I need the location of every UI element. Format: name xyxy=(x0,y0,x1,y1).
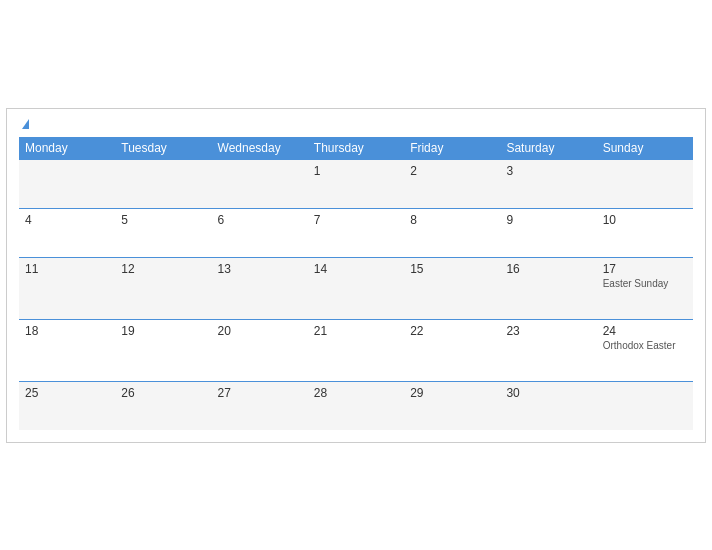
day-number: 25 xyxy=(25,386,109,400)
weekday-header-row: MondayTuesdayWednesdayThursdayFridaySatu… xyxy=(19,137,693,160)
calendar-grid: MondayTuesdayWednesdayThursdayFridaySatu… xyxy=(19,137,693,430)
calendar-cell xyxy=(115,159,211,208)
calendar-cell: 29 xyxy=(404,381,500,430)
day-number: 24 xyxy=(603,324,687,338)
weekday-header-wednesday: Wednesday xyxy=(212,137,308,160)
calendar-week-row: 18192021222324Orthodox Easter xyxy=(19,319,693,381)
calendar-cell: 11 xyxy=(19,257,115,319)
calendar-week-row: 11121314151617Easter Sunday xyxy=(19,257,693,319)
day-number: 17 xyxy=(603,262,687,276)
day-number: 8 xyxy=(410,213,494,227)
calendar-thead: MondayTuesdayWednesdayThursdayFridaySatu… xyxy=(19,137,693,160)
calendar-cell: 4 xyxy=(19,208,115,257)
day-number: 29 xyxy=(410,386,494,400)
calendar-cell: 25 xyxy=(19,381,115,430)
calendar-cell: 18 xyxy=(19,319,115,381)
day-number: 12 xyxy=(121,262,205,276)
calendar-cell xyxy=(212,159,308,208)
weekday-header-sunday: Sunday xyxy=(597,137,693,160)
day-number: 18 xyxy=(25,324,109,338)
logo-triangle-icon xyxy=(22,119,29,129)
calendar-cell: 17Easter Sunday xyxy=(597,257,693,319)
calendar-cell: 5 xyxy=(115,208,211,257)
day-number: 1 xyxy=(314,164,398,178)
calendar-cell: 24Orthodox Easter xyxy=(597,319,693,381)
weekday-header-tuesday: Tuesday xyxy=(115,137,211,160)
day-number: 10 xyxy=(603,213,687,227)
calendar-tbody: 1234567891011121314151617Easter Sunday18… xyxy=(19,159,693,430)
holiday-label: Easter Sunday xyxy=(603,278,687,289)
weekday-header-friday: Friday xyxy=(404,137,500,160)
day-number: 30 xyxy=(506,386,590,400)
day-number: 6 xyxy=(218,213,302,227)
day-number: 2 xyxy=(410,164,494,178)
calendar-cell: 3 xyxy=(500,159,596,208)
calendar-cell: 21 xyxy=(308,319,404,381)
day-number: 16 xyxy=(506,262,590,276)
calendar-cell: 2 xyxy=(404,159,500,208)
calendar-header xyxy=(19,119,693,129)
calendar-cell: 20 xyxy=(212,319,308,381)
calendar-cell: 13 xyxy=(212,257,308,319)
calendar-cell: 16 xyxy=(500,257,596,319)
day-number: 4 xyxy=(25,213,109,227)
calendar-cell: 12 xyxy=(115,257,211,319)
weekday-header-thursday: Thursday xyxy=(308,137,404,160)
calendar-cell: 30 xyxy=(500,381,596,430)
calendar-cell: 9 xyxy=(500,208,596,257)
day-number: 5 xyxy=(121,213,205,227)
calendar-cell: 19 xyxy=(115,319,211,381)
day-number: 21 xyxy=(314,324,398,338)
day-number: 14 xyxy=(314,262,398,276)
calendar-cell: 8 xyxy=(404,208,500,257)
calendar-cell: 14 xyxy=(308,257,404,319)
day-number: 27 xyxy=(218,386,302,400)
calendar-cell: 6 xyxy=(212,208,308,257)
calendar-cell: 23 xyxy=(500,319,596,381)
calendar-cell: 26 xyxy=(115,381,211,430)
weekday-header-saturday: Saturday xyxy=(500,137,596,160)
calendar-cell: 27 xyxy=(212,381,308,430)
calendar-cell: 10 xyxy=(597,208,693,257)
day-number: 26 xyxy=(121,386,205,400)
day-number: 13 xyxy=(218,262,302,276)
day-number: 20 xyxy=(218,324,302,338)
day-number: 22 xyxy=(410,324,494,338)
day-number: 9 xyxy=(506,213,590,227)
calendar-cell: 28 xyxy=(308,381,404,430)
calendar-week-row: 123 xyxy=(19,159,693,208)
day-number: 23 xyxy=(506,324,590,338)
weekday-header-monday: Monday xyxy=(19,137,115,160)
day-number: 11 xyxy=(25,262,109,276)
calendar-cell: 1 xyxy=(308,159,404,208)
day-number: 28 xyxy=(314,386,398,400)
day-number: 19 xyxy=(121,324,205,338)
calendar-cell xyxy=(597,159,693,208)
calendar-week-row: 45678910 xyxy=(19,208,693,257)
day-number: 3 xyxy=(506,164,590,178)
logo-area xyxy=(19,119,29,129)
calendar-cell: 7 xyxy=(308,208,404,257)
calendar-cell xyxy=(19,159,115,208)
day-number: 15 xyxy=(410,262,494,276)
calendar-cell xyxy=(597,381,693,430)
holiday-label: Orthodox Easter xyxy=(603,340,687,351)
calendar-container: MondayTuesdayWednesdayThursdayFridaySatu… xyxy=(6,108,706,443)
calendar-cell: 22 xyxy=(404,319,500,381)
day-number: 7 xyxy=(314,213,398,227)
calendar-cell: 15 xyxy=(404,257,500,319)
calendar-week-row: 252627282930 xyxy=(19,381,693,430)
